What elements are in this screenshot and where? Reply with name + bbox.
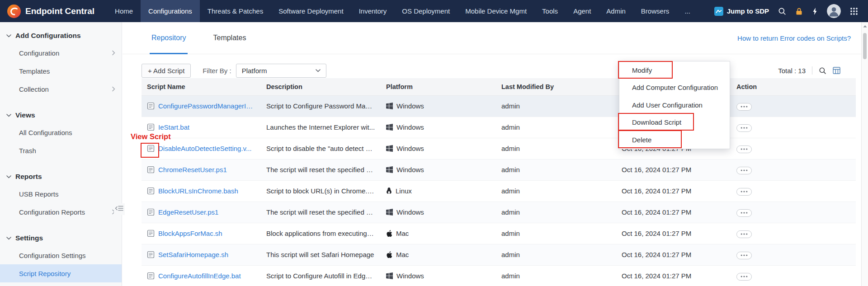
sidebar-item-all-configurations[interactable]: All Configurations	[0, 123, 122, 141]
tab-templates[interactable]: Templates	[213, 22, 246, 54]
section-header-settings[interactable]: Settings	[0, 230, 122, 246]
jump-to-sdp-label: Jump to SDP	[727, 7, 769, 15]
sidebar-item-configuration[interactable]: Configuration	[0, 44, 122, 62]
menu-item-delete[interactable]: Delete	[619, 131, 730, 149]
platform-label: Windows	[396, 208, 424, 216]
column-chooser-grid-icon[interactable]	[833, 67, 840, 74]
security-lock-icon[interactable]	[795, 7, 803, 15]
add-script-button[interactable]: + Add Script	[142, 64, 191, 78]
jump-to-sdp-button[interactable]: Jump to SDP	[714, 7, 769, 16]
row-actions-context-menu: Modify Add Computer Configuration Add Us…	[619, 61, 730, 149]
menu-item-modify[interactable]: Modify	[619, 61, 730, 79]
script-description: Block applications from executing f...	[261, 223, 381, 244]
platform-filter-value: Platform	[242, 67, 267, 75]
script-name-link[interactable]: ConfigurePasswordManagerIn...	[158, 102, 255, 110]
table-search-icon[interactable]	[819, 67, 826, 75]
script-name-link[interactable]: SetSafariHomepage.sh	[158, 251, 228, 258]
column-header-platform[interactable]: Platform	[381, 78, 496, 95]
menu-item-add-computer-configuration[interactable]: Add Computer Configuration	[619, 79, 730, 97]
row-actions-button[interactable]	[736, 124, 752, 132]
nav-item-software-deployment[interactable]: Software Deployment	[271, 0, 351, 22]
row-actions-button[interactable]	[736, 188, 752, 196]
sidebar-section-reports: Reports USB Reports Configuration Report…	[0, 159, 122, 221]
vertical-scrollbar[interactable]	[861, 22, 868, 286]
linux-icon	[386, 188, 392, 194]
script-name-link[interactable]: DisableAutoDetectIeSetting.v...	[158, 145, 252, 152]
row-actions-button[interactable]	[736, 145, 752, 153]
script-name-link[interactable]: ConfigureAutofillInEdge.bat	[158, 272, 241, 280]
nav-item-configurations[interactable]: Configurations	[141, 0, 200, 22]
windows-icon	[386, 166, 393, 173]
tab-repository[interactable]: Repository	[151, 22, 186, 54]
sidebar-collapse-icon[interactable]	[114, 203, 125, 215]
row-actions-button[interactable]	[736, 273, 752, 281]
script-name-link[interactable]: IeStart.bat	[158, 123, 189, 131]
nav-item-tools[interactable]: Tools	[534, 0, 566, 22]
modified-by: admin	[496, 117, 616, 138]
row-actions-button[interactable]	[736, 167, 752, 174]
search-icon[interactable]	[778, 7, 786, 15]
sidebar-item-templates[interactable]: Templates	[0, 62, 122, 80]
sidebar-item-collection[interactable]: Collection	[0, 80, 122, 98]
sidebar-item-script-repository[interactable]: Script Repository	[0, 264, 122, 282]
script-description: Script to Configure Autofill in Edge ...	[261, 265, 381, 286]
sidebar-item-configuration-reports[interactable]: Configuration Reports	[0, 203, 122, 221]
sidebar-section-settings: Settings Configuration Settings Script R…	[0, 221, 122, 282]
sidebar-item-trash[interactable]: Trash	[0, 141, 122, 159]
column-header-description[interactable]: Description	[261, 78, 381, 95]
apple-icon	[386, 230, 392, 237]
nav-item-home[interactable]: Home	[107, 0, 141, 22]
modified-by: admin	[496, 202, 616, 223]
table-row: ConfigureAutofillInEdge.bat Script to Co…	[142, 265, 856, 286]
whats-new-flash-icon[interactable]	[812, 7, 818, 15]
script-name-link[interactable]: EdgeResetUser.ps1	[158, 208, 218, 216]
scrollbar-up-arrow[interactable]	[862, 22, 868, 30]
script-name-link[interactable]: ChromeResetUser.ps1	[158, 166, 227, 173]
endpoint-central-logo	[7, 5, 21, 18]
menu-item-download-script[interactable]: Download Script	[619, 114, 730, 131]
row-actions-button[interactable]	[736, 209, 752, 217]
user-avatar[interactable]	[827, 4, 841, 18]
windows-icon	[386, 103, 393, 109]
row-actions-button[interactable]	[736, 103, 752, 111]
nav-item-browsers[interactable]: Browsers	[633, 0, 677, 22]
chevron-down-icon	[316, 69, 321, 72]
row-actions-button[interactable]	[736, 230, 752, 238]
error-codes-help-link[interactable]: How to return Error codes on Scripts?	[737, 22, 851, 54]
modified-on: Oct 16, 2024 01:27 PM	[616, 265, 731, 286]
chevron-down-icon	[6, 237, 11, 240]
script-name-link[interactable]: BlockAppsForMac.sh	[158, 230, 222, 237]
nav-item-os-deployment[interactable]: OS Deployment	[394, 0, 458, 22]
section-header-views[interactable]: Views	[0, 107, 122, 123]
sidebar-item-usb-reports[interactable]: USB Reports	[0, 185, 122, 203]
script-file-icon	[147, 102, 155, 110]
script-description: Script to disable the "auto detect se...	[261, 138, 381, 159]
apps-grid-icon[interactable]	[850, 7, 858, 15]
section-header-add-configurations[interactable]: Add Configurations	[0, 28, 122, 44]
platform-label: Windows	[396, 102, 424, 110]
sidebar-item-configuration-settings[interactable]: Configuration Settings	[0, 246, 122, 264]
section-header-reports[interactable]: Reports	[0, 169, 122, 185]
nav-item-threats-patches[interactable]: Threats & Patches	[200, 0, 271, 22]
script-file-icon	[147, 230, 155, 237]
nav-item-admin[interactable]: Admin	[599, 0, 633, 22]
column-header-script-name[interactable]: Script Name	[142, 78, 261, 95]
script-name-link[interactable]: BlockURLsInChrome.bash	[158, 187, 238, 195]
vertical-divider	[812, 66, 812, 75]
nav-item-agent[interactable]: Agent	[566, 0, 599, 22]
table-toolbar: + Add Script Filter By : Platform Total …	[142, 63, 840, 78]
tab-bar: Repository Templates How to return Error…	[123, 22, 861, 54]
row-actions-button[interactable]	[736, 252, 752, 259]
script-file-icon	[147, 123, 155, 131]
platform-label: Windows	[396, 166, 424, 173]
platform-filter-dropdown[interactable]: Platform	[236, 64, 326, 78]
platform-label: Mac	[396, 251, 409, 258]
nav-item-more[interactable]: ...	[677, 0, 698, 22]
scrollbar-thumb[interactable]	[863, 33, 867, 59]
nav-item-mobile-device-mgmt[interactable]: Mobile Device Mgmt	[458, 0, 534, 22]
table-row: DisableAutoDetectIeSetting.v... Script t…	[142, 138, 856, 159]
sdp-icon	[714, 7, 723, 16]
column-header-last-modified-by[interactable]: Last Modified By	[496, 78, 616, 95]
nav-item-inventory[interactable]: Inventory	[351, 0, 395, 22]
menu-item-add-user-configuration[interactable]: Add User Configuration	[619, 96, 730, 114]
